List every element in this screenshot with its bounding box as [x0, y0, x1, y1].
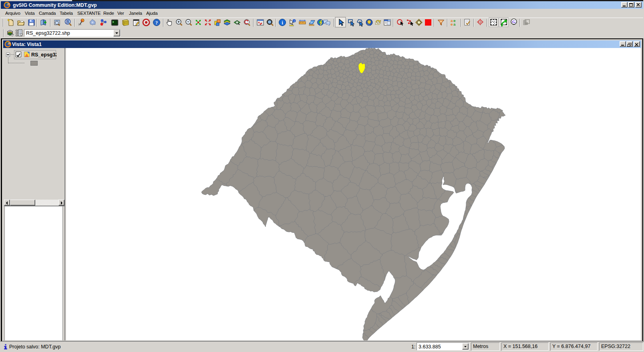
svg-text:B: B [66, 20, 69, 24]
svg-text:e: e [451, 22, 453, 27]
svg-text:G: G [512, 19, 516, 24]
svg-text:FAQ: FAQ [326, 22, 330, 24]
svg-text:?: ? [155, 20, 158, 26]
svg-text:i: i [282, 20, 283, 26]
svg-text:a: a [453, 22, 456, 27]
